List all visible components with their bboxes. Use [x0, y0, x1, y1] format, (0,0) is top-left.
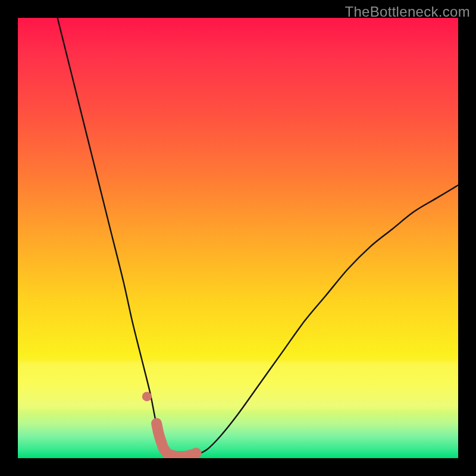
curve-layer — [18, 18, 458, 458]
plot-area — [18, 18, 458, 458]
marker-dot — [142, 392, 152, 401]
optimal-range-marker — [156, 424, 196, 457]
chart-frame: TheBottleneck.com — [0, 0, 476, 476]
bottleneck-curve — [58, 18, 458, 458]
